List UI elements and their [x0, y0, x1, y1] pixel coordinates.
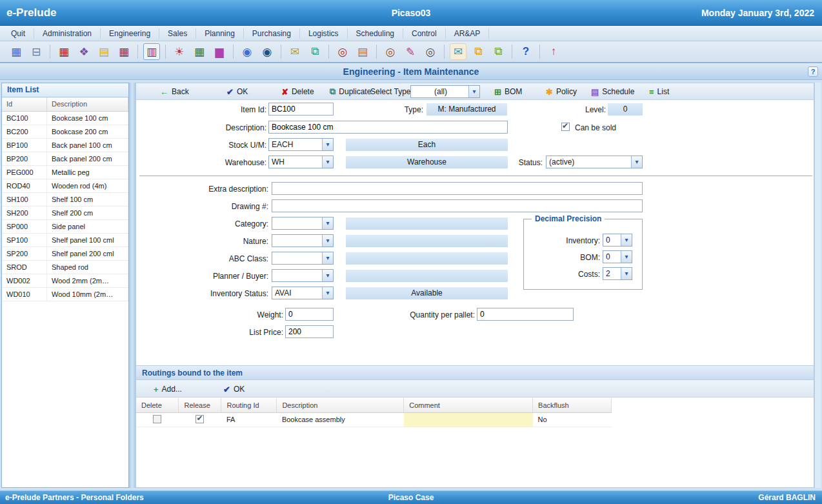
- menu-item[interactable]: Scheduling: [348, 28, 403, 39]
- menu-item[interactable]: Planning: [196, 28, 244, 39]
- item-list-row[interactable]: WD010 Wood 10mm (2m…: [2, 288, 128, 301]
- target-orange-icon[interactable]: ◎: [382, 43, 399, 60]
- menu-item[interactable]: Logistics: [300, 28, 348, 39]
- item-list-row[interactable]: SROD Shaped rod: [2, 261, 128, 274]
- menu-item[interactable]: Sales: [159, 28, 196, 39]
- schedule-button[interactable]: ▤ Schedule: [591, 85, 634, 98]
- list-price-field[interactable]: [285, 325, 334, 338]
- back-button-label: Back: [172, 87, 189, 96]
- copy-stack-icon[interactable]: ⧉: [470, 43, 486, 60]
- bom-button-label: BOM: [505, 87, 522, 96]
- column-header-description[interactable]: Description: [47, 97, 128, 111]
- panel-splitter[interactable]: [129, 83, 135, 488]
- item-list-row[interactable]: BC200 Bookcase 200 cm: [2, 125, 128, 139]
- delete-routing-checkbox[interactable]: [153, 415, 161, 423]
- note-icon[interactable]: ✉: [286, 43, 303, 60]
- item-list-title: Item List: [2, 83, 128, 97]
- help-button[interactable]: ?: [808, 66, 818, 77]
- ok-button[interactable]: ✔ OK: [226, 85, 248, 98]
- item-list-row[interactable]: WD002 Wood 2mm (2m…: [2, 274, 128, 288]
- globe-blue-icon[interactable]: ◉: [239, 43, 256, 60]
- routings-ok-button[interactable]: ✔ OK: [223, 383, 245, 396]
- item-description-cell: Shelf panel 100 cml: [47, 234, 128, 247]
- quantity-per-pallet-field[interactable]: [477, 308, 574, 321]
- dp-costs-dropdown[interactable]: 2 ▾: [603, 267, 632, 280]
- duplicate-button[interactable]: ⧉ Duplicate: [330, 85, 371, 98]
- warehouse-dropdown[interactable]: WH ▾: [268, 156, 334, 168]
- folder-a-icon[interactable]: ▤: [95, 43, 112, 60]
- menu-item[interactable]: AR&AP: [446, 28, 490, 39]
- planner-buyer-dropdown[interactable]: ▾: [272, 269, 334, 282]
- target-dark-icon[interactable]: ◎: [422, 43, 439, 60]
- item-list-row[interactable]: SH200 Shelf 200 cm: [2, 207, 128, 220]
- item-id-cell: ROD40: [2, 179, 47, 192]
- up-arrow-icon[interactable]: ↑: [545, 43, 562, 60]
- chevron-down-icon: ▾: [468, 86, 479, 97]
- routing-sun-icon[interactable]: ☀: [171, 43, 188, 60]
- menu-item[interactable]: Control: [403, 28, 446, 39]
- items-stack-icon[interactable]: ❖: [75, 43, 92, 60]
- toolbar-separator: [281, 45, 281, 59]
- org-chart-icon[interactable]: ▦: [115, 43, 132, 60]
- select-type-dropdown[interactable]: (all) ▾: [410, 85, 480, 98]
- item-list-row[interactable]: ROD40 Wooden rod (4m): [2, 179, 128, 193]
- item-list-row[interactable]: BP200 Back panel 200 cm: [2, 152, 128, 166]
- category-dropdown[interactable]: ▾: [272, 217, 334, 230]
- dp-bom-dropdown[interactable]: 0 ▾: [603, 250, 632, 263]
- item-id-cell: WD010: [2, 288, 47, 301]
- nature-dropdown[interactable]: ▾: [272, 234, 334, 247]
- item-list-row[interactable]: BC100 Bookcase 100 cm: [2, 112, 128, 125]
- dp-costs-value: 2: [606, 269, 620, 278]
- chevron-down-icon: ▾: [621, 251, 632, 263]
- nature-label: Nature:: [136, 234, 268, 247]
- menu-item[interactable]: Administration: [34, 28, 101, 39]
- help-icon[interactable]: ?: [517, 43, 534, 60]
- stock-um-dropdown[interactable]: EACH ▾: [268, 138, 334, 151]
- dp-inventory-dropdown[interactable]: 0 ▾: [603, 234, 632, 247]
- item-list-panel: Item List Id Description BC100 Bookcase …: [1, 83, 129, 488]
- item-list-row[interactable]: SH100 Shelf 100 cm: [2, 193, 128, 207]
- target-red-icon[interactable]: ◎: [334, 43, 351, 60]
- can-be-sold-checkbox[interactable]: [561, 123, 570, 131]
- item-list-row[interactable]: PEG000 Metallic peg: [2, 166, 128, 179]
- release-routing-checkbox[interactable]: [195, 415, 204, 423]
- add-routing-button[interactable]: + Add...: [154, 383, 182, 396]
- mail-open-icon[interactable]: ✉: [450, 43, 466, 60]
- save-icon[interactable]: ▦: [8, 43, 25, 60]
- back-button[interactable]: ← Back: [160, 85, 189, 98]
- item-list-row[interactable]: BP100 Back panel 100 cm: [2, 139, 128, 152]
- menu-item[interactable]: Quit: [3, 28, 34, 39]
- bom-button[interactable]: ⊞ BOM: [494, 85, 522, 98]
- item-maintenance-icon[interactable]: ▥: [143, 43, 160, 60]
- menu-item[interactable]: Engineering: [101, 28, 159, 39]
- weight-field[interactable]: [285, 308, 334, 321]
- extra-description-field[interactable]: [272, 182, 643, 195]
- edit-doc-icon[interactable]: ✎: [402, 43, 419, 60]
- item-list-row[interactable]: SP200 Shelf panel 200 cml: [2, 247, 128, 261]
- drawing-number-field[interactable]: [272, 199, 643, 212]
- item-id-field[interactable]: [268, 103, 334, 116]
- vertical-scrollbar[interactable]: [814, 83, 821, 488]
- menu-item[interactable]: Purchasing: [244, 28, 300, 39]
- description-field[interactable]: [268, 121, 508, 134]
- list-button[interactable]: ≡ List: [649, 85, 669, 98]
- machine-icon[interactable]: ▦: [55, 43, 72, 60]
- item-list-row[interactable]: SP000 Side panel: [2, 220, 128, 234]
- copy-flow-icon[interactable]: ⧉: [306, 43, 323, 60]
- status-dropdown[interactable]: (active) ▾: [546, 156, 643, 168]
- bar-chart-icon[interactable]: ▆: [211, 43, 228, 60]
- delete-button[interactable]: ✘ Delete: [281, 85, 314, 98]
- abc-class-dropdown[interactable]: ▾: [272, 252, 334, 265]
- schedule-board-icon[interactable]: ▤: [354, 43, 371, 60]
- copy-arrow-icon[interactable]: ⧉: [490, 43, 506, 60]
- table-grid-icon[interactable]: ▦: [191, 43, 208, 60]
- item-id-label: Item Id:: [136, 103, 266, 116]
- column-header-id[interactable]: Id: [2, 97, 47, 111]
- print-icon[interactable]: ⊟: [28, 43, 45, 60]
- policy-button[interactable]: ✱ Policy: [546, 85, 577, 98]
- item-list-row[interactable]: SP100 Shelf panel 100 cml: [2, 234, 128, 247]
- ok-button-label: OK: [237, 87, 248, 96]
- routing-comment-cell[interactable]: [404, 412, 533, 427]
- inventory-status-dropdown[interactable]: AVAI ▾: [272, 287, 334, 299]
- globe-dark-icon[interactable]: ◉: [259, 43, 276, 60]
